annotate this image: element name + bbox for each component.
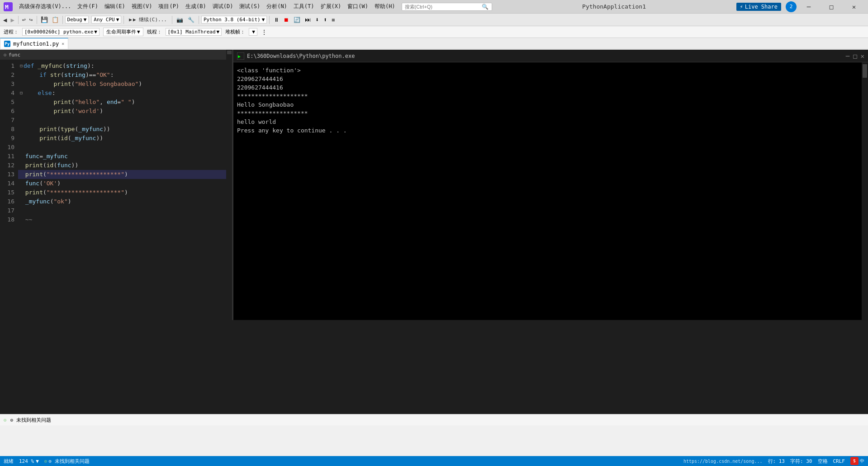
tb-step-in-icon[interactable]: ⬇	[313, 15, 321, 24]
status-right: https://blog.csdn.net/song... 行: 13 字符: …	[683, 457, 864, 465]
menu-advanced-save[interactable]: 高级保存选项(V)...	[16, 2, 74, 11]
tb-icon-2[interactable]: ▶	[9, 15, 15, 24]
tb-more-icon[interactable]: ≡	[330, 16, 337, 24]
code-scrollbar[interactable]	[226, 50, 232, 320]
menu-debug[interactable]: 调试(D)	[210, 2, 236, 11]
menu-view[interactable]: 视图(V)	[129, 2, 155, 11]
code-line-16: · _myfunc("ok")	[18, 197, 226, 206]
line-num-10: 10	[0, 143, 14, 152]
tab-bar: Py myfunction1.py ✕	[0, 38, 868, 50]
line-num-9: 9	[0, 134, 14, 143]
tb-restart-icon[interactable]: 🔄	[292, 16, 302, 24]
menu-build[interactable]: 生成(B)	[183, 2, 209, 11]
breadcrumb-text: func	[9, 52, 21, 58]
tb-undo-icon[interactable]: ↩	[21, 15, 27, 24]
tb-debug-icon-2[interactable]: 🔧	[186, 16, 196, 24]
process-bar: 进程： [0x0000260c] python.exe ▼ 生命周期事件 ▼ 线…	[0, 26, 868, 38]
toolbar-separator-2	[37, 16, 37, 24]
menu-extensions[interactable]: 扩展(X)	[318, 2, 344, 11]
console-line-5: Hello Songbaobao	[237, 100, 864, 109]
tb-continue-btn[interactable]: ▶ ▶ 继续(C)...	[126, 15, 170, 24]
code-line-18: · ~~	[18, 215, 226, 224]
vs-logo-icon: M	[4, 2, 13, 11]
tb-save-all-icon[interactable]: 📋	[50, 15, 60, 24]
status-encoding: CRLF	[833, 458, 845, 464]
menu-window[interactable]: 窗口(W)	[345, 2, 371, 11]
thread-dropdown[interactable]: [0x1] MainThread ▼	[166, 28, 222, 36]
notification-text: ⊙ 未找到相关问题	[10, 417, 51, 424]
code-panel: ⊙ func 1 2 3 4 5 6 7 8 9 10 11 12 13 14 …	[0, 50, 226, 320]
menu-tools[interactable]: 工具(T)	[291, 2, 317, 11]
line-num-15: 15	[0, 188, 14, 197]
status-no-issues: ⊙ ⊙ 未找到相关问题	[44, 458, 90, 465]
line-num-17: 17	[0, 206, 14, 215]
console-title-text: E:\360Downloads\Python\python.exe	[247, 53, 355, 59]
line-num-14: 14	[0, 179, 14, 188]
code-area[interactable]: ⊟ def _myfunc(string): · if str(string)=…	[18, 60, 226, 320]
toolbar-separator-4	[123, 16, 124, 24]
menu-file[interactable]: 文件(F)	[75, 2, 101, 11]
python-version-arrow: ▼	[262, 17, 265, 23]
code-line-15: · print("********************")	[18, 188, 226, 197]
avatar: 2	[786, 1, 797, 12]
menu-edit[interactable]: 编辑(E)	[102, 2, 128, 11]
stack-dropdown[interactable]: ▼	[249, 28, 257, 36]
title-bar-title: PythonApplication1	[582, 3, 646, 10]
maximize-button[interactable]: □	[821, 0, 842, 14]
console-close-icon[interactable]: ✕	[861, 52, 864, 60]
status-row: 行: 13	[768, 458, 785, 465]
menu-analyze[interactable]: 分析(N)	[264, 2, 290, 11]
line-num-7: 7	[0, 116, 14, 125]
menu-test[interactable]: 测试(S)	[237, 2, 263, 11]
stack-more-icon[interactable]: ⋮	[261, 28, 267, 36]
tb-step-out-icon[interactable]: ⬆	[322, 15, 329, 24]
line-num-18: 18	[0, 215, 14, 224]
console-restore-icon[interactable]: □	[853, 52, 857, 60]
zoom-control[interactable]: 124 % ▼	[19, 458, 39, 464]
tb-redo-icon[interactable]: ↪	[28, 15, 34, 24]
tab-label: myfunction1.py	[13, 41, 59, 47]
code-content[interactable]: 1 2 3 4 5 6 7 8 9 10 11 12 13 14 15 16 1…	[0, 60, 226, 320]
collapse-1-icon[interactable]: ⊟	[20, 61, 23, 71]
toolbar: ◀ ▶ ↩ ↪ 💾 📋 Debug ▼ Any CPU ▼ ▶ ▶ 继续(C).…	[0, 14, 868, 26]
live-share-icon: ⚡	[740, 4, 743, 10]
tb-stop-icon[interactable]: ⏹	[282, 16, 291, 24]
tb-debug-icon-1[interactable]: 📷	[175, 16, 185, 24]
menu-help[interactable]: 帮助(H)	[372, 2, 398, 11]
stack-arrow-icon: ▼	[252, 29, 255, 35]
debug-mode-dropdown[interactable]: Debug ▼	[65, 16, 89, 24]
scroll-thumb	[227, 51, 232, 54]
code-line-12: · print(id(func))	[18, 161, 226, 170]
main-area: ⊙ func 1 2 3 4 5 6 7 8 9 10 11 12 13 14 …	[0, 50, 868, 320]
tab-close-icon[interactable]: ✕	[62, 41, 64, 46]
tb-breakpoint-icon[interactable]: ⏸	[272, 16, 281, 24]
tb-save-icon[interactable]: 💾	[39, 15, 49, 24]
tb-icon-1[interactable]: ◀	[2, 15, 8, 24]
search-input[interactable]	[405, 4, 482, 9]
console-scroll-thumb	[863, 64, 867, 78]
console-scrollbar[interactable]	[862, 62, 868, 320]
line-num-2: 2	[0, 71, 14, 80]
process-dropdown[interactable]: [0x0000260c] python.exe ▼	[22, 28, 100, 36]
minimize-button[interactable]: ─	[798, 0, 819, 14]
toolbar-separator-6	[199, 16, 199, 24]
code-line-4: ⊟ else:	[18, 89, 226, 98]
tb-step-over-icon[interactable]: ⏭	[303, 15, 313, 24]
lifecycle-btn[interactable]: 生命周期事件 ▼	[103, 28, 143, 36]
cpu-mode-dropdown[interactable]: Any CPU ▼	[91, 16, 121, 24]
line-num-5: 5	[0, 98, 14, 107]
debug-mode-arrow: ▼	[84, 17, 87, 23]
close-button[interactable]: ✕	[844, 0, 864, 14]
menu-project[interactable]: 项目(P)	[156, 2, 182, 11]
collapse-4-icon[interactable]: ⊟	[20, 89, 23, 98]
zoom-label: 124 %	[19, 458, 34, 464]
status-left: 就绪 124 % ▼ ⊙ ⊙ 未找到相关问题	[4, 458, 90, 465]
live-share-button[interactable]: ⚡ Live Share	[736, 3, 781, 11]
console-icon: ▶	[237, 52, 244, 60]
line-num-13: 13	[0, 170, 14, 179]
console-minimize-icon[interactable]: ─	[846, 52, 849, 60]
tab-myfunction1[interactable]: Py myfunction1.py ✕	[0, 38, 68, 49]
code-line-11: · func=_myfunc	[18, 152, 226, 161]
python-version-dropdown[interactable]: Python 3.8 (64-bit) ▼	[201, 16, 267, 24]
code-line-2: · if str(string)=="OK":	[18, 71, 226, 80]
